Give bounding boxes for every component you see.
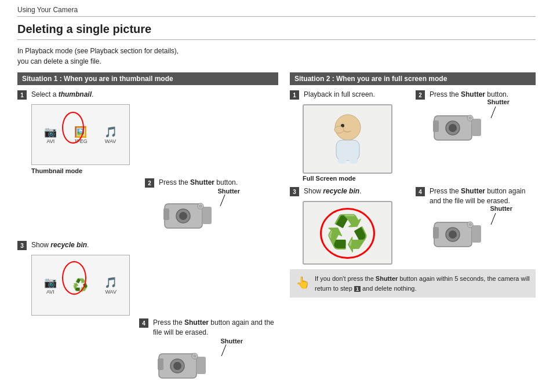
- situation1-column: Situation 1 : When you are in thumbnail …: [17, 72, 278, 392]
- step4-text: Press the Shutter button again and the f…: [153, 318, 278, 338]
- svg-rect-10: [197, 357, 206, 374]
- step-num-s2-2: 2: [416, 90, 425, 100]
- situation2-header: Situation 2 : When you are in full scree…: [290, 72, 536, 85]
- intro-text: In Playback mode (see Playback section f…: [17, 46, 536, 67]
- camera-s2-step2: Shutter: [428, 104, 492, 151]
- thumbnail-mode-caption: Thumbnail mode: [31, 167, 278, 174]
- svg-point-21: [349, 158, 358, 164]
- svg-line-37: [491, 213, 496, 225]
- svg-line-7: [220, 195, 225, 206]
- page: Using Your Camera Deleting a single pict…: [0, 0, 553, 392]
- step-num-3a: 3: [17, 241, 27, 250]
- step-num-1: 1: [17, 90, 27, 100]
- camera-step4: Shutter: [153, 342, 223, 389]
- two-column-layout: Situation 1 : When you are in thumbnail …: [17, 72, 536, 392]
- camera-step2: Shutter: [159, 192, 223, 236]
- step-num-s2-4: 4: [416, 187, 425, 196]
- fullscreen-caption: Full Screen mode: [303, 175, 410, 182]
- svg-rect-24: [472, 119, 481, 136]
- situation2-column: Situation 2 : When you are in full scree…: [290, 72, 536, 392]
- camera-s2-step4: Shutter: [428, 211, 492, 257]
- thumbnail-mode-image: 📷 AVI 🖼️ JPEG 🎵 WAV: [31, 104, 130, 165]
- step-num-s2-1: 1: [290, 90, 299, 100]
- fullscreen-baby-image: [303, 104, 392, 174]
- fullscreen-recycle-image: ♻️: [303, 201, 392, 265]
- situation2-step1: 1 Playback in full screen.: [290, 90, 410, 100]
- svg-rect-23: [433, 120, 439, 132]
- top-bar: Using Your Camera: [17, 6, 536, 17]
- situation2-step4: 4 Press the Shutter button again and the…: [416, 186, 536, 206]
- situation1-step4: 4 Press the Shutter button again and the…: [139, 318, 278, 338]
- svg-point-6: [199, 204, 202, 208]
- s2-step3-text: Show recycle bin.: [304, 186, 361, 196]
- step-num-2a: 2: [145, 178, 154, 188]
- step1-text: Select a thumbnail.: [31, 90, 93, 100]
- svg-point-20: [337, 158, 347, 164]
- situation1-step1: 1 Select a thumbnail.: [17, 90, 278, 100]
- step-num-s2-3: 3: [290, 187, 299, 196]
- step-num-4a: 4: [139, 318, 148, 328]
- svg-point-26: [449, 124, 457, 132]
- svg-point-36: [468, 223, 472, 226]
- situation1-header: Situation 1 : When you are in thumbnail …: [17, 72, 278, 85]
- svg-point-34: [449, 230, 457, 239]
- note-icon-2: 👆: [296, 274, 310, 291]
- svg-line-15: [221, 345, 226, 356]
- note-text-2: If you don't press the Shutter button ag…: [315, 274, 530, 293]
- situation2-steps-1-2: 1 Playback in full screen.: [290, 90, 536, 182]
- svg-point-28: [468, 116, 472, 120]
- svg-rect-9: [158, 358, 163, 370]
- svg-point-12: [173, 362, 181, 370]
- situation2-steps-3-4: 3 Show recycle bin. ♻️ 4: [290, 186, 536, 265]
- situation2-step3: 3 Show recycle bin.: [290, 186, 410, 196]
- note-situation2: 👆 If you don't press the Shutter button …: [290, 269, 536, 298]
- s2-step1-text: Playback in full screen.: [304, 90, 375, 100]
- step3-text: Show recycle bin.: [31, 240, 89, 250]
- svg-point-18: [334, 126, 344, 133]
- section-title: Using Your Camera: [17, 6, 78, 14]
- situation1-step3: 3 Show recycle bin.: [17, 240, 278, 250]
- svg-point-14: [193, 354, 197, 358]
- svg-rect-32: [472, 225, 481, 243]
- svg-rect-1: [163, 208, 169, 220]
- svg-line-29: [491, 107, 496, 118]
- svg-rect-31: [433, 227, 439, 239]
- svg-rect-19: [336, 140, 359, 160]
- svg-point-4: [179, 212, 187, 220]
- page-title: Deleting a single picture: [17, 23, 536, 36]
- situation1-step2: 2 Press the Shutter button.: [145, 178, 278, 188]
- step2-text: Press the Shutter button.: [159, 178, 238, 188]
- situation2-step2: 2 Press the Shutter button.: [416, 90, 536, 100]
- s2-step4-text: Press the Shutter button again and the f…: [430, 186, 536, 206]
- thumbnail-recycle-image: 📷 AVI ♻️ 🎵 WAV: [31, 255, 130, 316]
